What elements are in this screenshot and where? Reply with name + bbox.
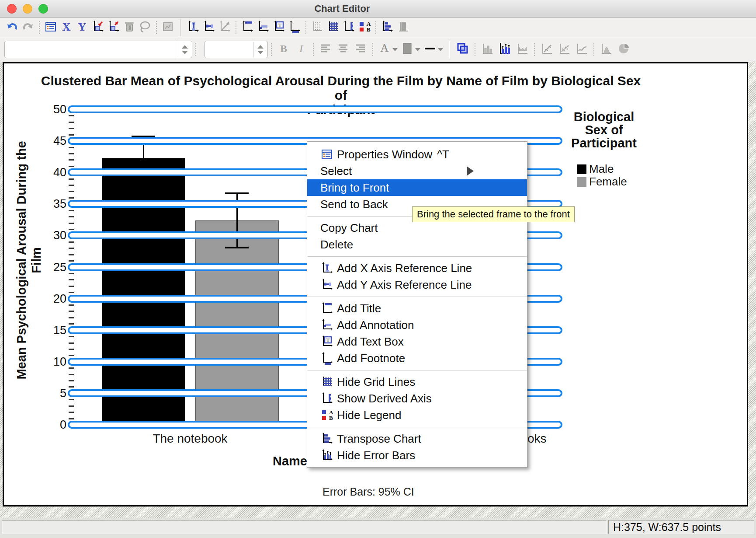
y-minor-tick	[69, 229, 74, 230]
add-title-button[interactable]	[239, 20, 255, 35]
add-footnote-button[interactable]	[287, 20, 302, 35]
menu-item-properties-window[interactable]: Properties Window^T	[307, 146, 527, 163]
menu-item-add-text-box[interactable]: TAdd Text Box	[307, 333, 527, 350]
y-minor-tick	[69, 367, 74, 369]
add-x-axis-reference-line-button[interactable]	[185, 20, 201, 35]
title-bar: Chart Editor	[0, 0, 756, 17]
y-tick-label-25[interactable]: 25	[36, 260, 66, 274]
legend-entry-male[interactable]: Male	[577, 162, 614, 176]
y-minor-tick	[69, 248, 74, 249]
minimize-window-button[interactable]	[23, 4, 32, 14]
menu-item-show-derived-axis[interactable]: Show Derived Axis	[307, 390, 527, 407]
add-diagonal-reference-line-icon	[218, 20, 231, 35]
border-color-button[interactable]	[422, 41, 444, 58]
add-y-axis-reference-line-icon	[202, 20, 215, 35]
svg-text:Y: Y	[78, 21, 87, 33]
dropdown-arrow-icon[interactable]	[415, 48, 420, 51]
y-tick-label-45[interactable]: 45	[36, 134, 66, 148]
legend-entry-female[interactable]: Female	[577, 175, 627, 189]
show-grid-icon	[311, 20, 324, 35]
close-window-button[interactable]	[7, 4, 17, 14]
y-minor-tick	[69, 210, 74, 211]
menu-item-label: Add Text Box	[337, 335, 404, 349]
zoom-in-selection-button[interactable]	[90, 20, 106, 35]
menu-item-label: Transpose Chart	[337, 432, 421, 446]
y-tick-label-10[interactable]: 10	[36, 355, 66, 369]
text-color-icon: A	[378, 42, 391, 57]
gridline-capsule-50[interactable]	[68, 105, 562, 113]
y-tick-label-20[interactable]: 20	[36, 292, 66, 306]
fill-color-button[interactable]	[399, 41, 422, 58]
y-minor-tick	[69, 185, 74, 186]
menu-item-bring-to-front[interactable]: Bring to Front	[307, 179, 527, 196]
y-tick-label-30[interactable]: 30	[36, 228, 66, 242]
y-tick-label-35[interactable]: 35	[36, 197, 66, 211]
menu-item-hide-legend[interactable]: ABHide Legend	[307, 407, 527, 423]
bar-male-the-notebook[interactable]	[102, 158, 185, 426]
menu-item-add-annotation[interactable]: Add Annotation	[307, 317, 527, 333]
undo-button[interactable]	[4, 20, 20, 35]
hide-grid-lines-button[interactable]	[325, 20, 341, 35]
menu-item-hide-error-bars[interactable]: Hide Error Bars	[307, 447, 527, 464]
menu-item-add-title[interactable]: Add Title	[307, 300, 527, 317]
menu-item-add-y-axis-reference-line[interactable]: Add Y Axis Reference Line	[307, 276, 527, 293]
menu-item-label: Hide Grid Lines	[337, 375, 415, 389]
y-tick-label-0[interactable]: 0	[36, 418, 66, 432]
add-y-axis-reference-line-button[interactable]	[201, 20, 217, 35]
x-axis-icon: X	[60, 20, 73, 35]
hide-legend-button[interactable]: AB	[357, 20, 372, 35]
menu-item-add-footnote[interactable]: Add Footnote	[307, 350, 527, 367]
dropdown-arrow-icon[interactable]	[438, 48, 443, 51]
add-annotation-button[interactable]	[255, 20, 271, 35]
y-axis-button[interactable]: Y	[74, 20, 90, 35]
stepper-up-icon	[182, 45, 188, 49]
y-minor-tick	[69, 292, 74, 293]
transpose-chart-button[interactable]	[379, 20, 395, 35]
delete-element-icon	[123, 20, 136, 35]
toolbar-section-divider	[180, 19, 181, 36]
y-minor-tick	[69, 405, 74, 407]
menu-item-transpose-chart[interactable]: Transpose Chart	[307, 430, 527, 447]
italic-icon: I	[295, 42, 308, 57]
y-tick-label-5[interactable]: 5	[36, 386, 66, 400]
menu-item-delete[interactable]: Delete	[307, 236, 527, 253]
menu-item-add-x-axis-reference-line[interactable]: Add X Axis Reference Line	[307, 260, 527, 276]
y-tick-label-50[interactable]: 50	[36, 102, 66, 116]
menu-separator	[307, 253, 527, 260]
font-size-stepper[interactable]	[253, 42, 267, 57]
zoom-out-selection-button[interactable]	[106, 20, 121, 35]
legend-swatch-female	[577, 177, 586, 187]
font-family-combo[interactable]	[4, 41, 192, 58]
properties-window-button[interactable]	[43, 20, 59, 35]
tooltip: Bring the selected frame to the front	[412, 206, 575, 222]
pie-chart-button	[615, 41, 632, 58]
category-label-the-notebook[interactable]: The notebook	[153, 432, 227, 446]
show-error-bars-button[interactable]	[496, 41, 513, 58]
delete-element-button	[121, 20, 137, 35]
font-size-combo[interactable]	[205, 41, 268, 58]
add-text-box-button[interactable]: T	[271, 20, 287, 35]
zoom-window-button[interactable]	[38, 4, 48, 14]
category-label-fragment[interactable]: oks	[527, 432, 547, 446]
zoom-out-selection-icon	[107, 20, 120, 35]
y-tick-label-15[interactable]: 15	[36, 323, 66, 337]
font-family-stepper[interactable]	[178, 42, 191, 57]
text-color-button[interactable]: A	[376, 41, 399, 58]
menu-item-hide-grid-lines[interactable]: Hide Grid Lines	[307, 374, 527, 390]
y-tick-label-40[interactable]: 40	[36, 165, 66, 179]
svg-text:T: T	[326, 337, 329, 343]
status-size-panel: H:375, W:637.5 points	[608, 520, 754, 534]
dropdown-arrow-icon[interactable]	[392, 48, 398, 51]
error-bars-footnote[interactable]: Error Bars: 95% CI	[323, 486, 414, 498]
lasso-select-button	[137, 20, 153, 35]
menu-item-select[interactable]: Select	[307, 163, 527, 179]
show-frame-icon	[456, 42, 469, 57]
show-frame-button[interactable]	[454, 41, 472, 58]
menu-item-label: Add X Axis Reference Line	[337, 262, 472, 275]
x-axis-button[interactable]: X	[59, 20, 74, 35]
redo-icon	[21, 20, 35, 35]
svg-text:B: B	[280, 43, 287, 54]
pie-chart-icon	[617, 42, 630, 57]
show-derived-axis-button[interactable]	[341, 20, 357, 35]
y-minor-tick	[69, 386, 74, 388]
